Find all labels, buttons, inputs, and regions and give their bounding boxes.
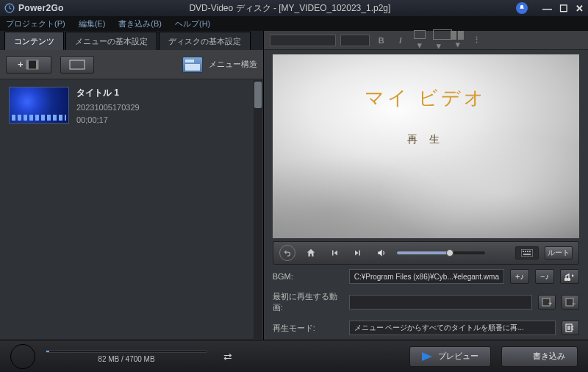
font-color-button[interactable]: ▾ [412,30,427,50]
right-panel: B I ▾ ▾ ▾ ⋮ マイ ビデオ 再 生 [264,31,588,340]
bgm-value[interactable]: C:¥Program Files (x86)¥Cyb...¥elegant.wm… [349,269,504,284]
menu-structure-button[interactable]: メニュー構造 [182,57,257,73]
menu-structure-icon [182,57,203,73]
play-mode-settings-button[interactable] [562,321,579,335]
volume-slider[interactable] [397,251,485,254]
capacity-text: 82 MB / 4700 MB [46,355,207,363]
border-color-button[interactable]: ▾ [431,29,446,51]
bgm-label: BGM: [273,272,343,281]
preview-play-label[interactable]: 再 生 [407,133,444,146]
tab-menu-settings[interactable]: メニューの基本設定 [65,32,157,50]
text-format-bar: B I ▾ ▾ ▾ ⋮ [264,31,588,50]
play-icon [422,352,432,361]
close-button[interactable]: ✕ [576,3,584,14]
bgm-remove-button[interactable]: −♪ [535,269,554,284]
clip-timestamp: 20231005170329 [76,103,140,112]
volume-icon[interactable] [373,245,390,261]
italic-button[interactable]: I [393,36,408,45]
first-play-add-button[interactable]: + [538,295,556,310]
svg-text:−: − [572,300,576,307]
font-family-select[interactable] [270,35,336,46]
transport-bar: ルート [273,241,579,265]
title-bar: Power2Go DVD-Video ディスク - [MY_VIDEO_1020… [0,0,588,16]
bold-button[interactable]: B [374,36,389,45]
left-panel: コンテンツ メニューの基本設定 ディスクの基本設定 + メニュー構造 [0,31,264,340]
first-play-label: 最初に再生する動画: [273,291,343,313]
svg-text:+: + [18,60,24,70]
svg-point-15 [567,278,570,280]
app-name: Power2Go [18,3,64,13]
next-button[interactable] [350,245,366,261]
left-tabs: コンテンツ メニューの基本設定 ディスクの基本設定 [0,31,263,50]
menu-structure-label: メニュー構造 [209,59,257,70]
menu-bar: プロジェクト(P) 編集(E) 書き込み(B) ヘルプ(H) [0,16,588,31]
root-button[interactable]: ルート [545,246,573,260]
play-mode-value[interactable]: メニュー ページからすべてのタイトルを順番に再... [349,321,556,335]
svg-text:+: + [548,300,552,307]
svg-rect-6 [451,31,456,40]
disc-icon [10,344,35,369]
clip-title: タイトル 1 [76,87,140,99]
burn-button-label: 書き込み [533,351,565,362]
preview-title[interactable]: マイ ビデオ [365,85,487,111]
svg-rect-8 [521,249,533,257]
notifications-icon[interactable] [516,2,528,14]
scrollbar[interactable] [254,80,262,339]
home-button[interactable] [303,245,319,261]
svg-rect-7 [458,31,464,40]
menu-burn[interactable]: 書き込み(B) [118,18,162,29]
svg-rect-12 [529,251,531,252]
clip-list[interactable]: タイトル 1 20231005170329 00;00;17 [0,79,263,340]
bgm-settings-button[interactable] [560,269,579,284]
maximize-button[interactable]: ☐ [559,3,568,14]
menu-project[interactable]: プロジェクト(P) [6,18,65,29]
list-item[interactable]: タイトル 1 20231005170329 00;00;17 [0,79,263,132]
left-toolbar: + メニュー構造 [0,50,263,79]
menu-properties: BGM: C:¥Program Files (x86)¥Cyb...¥elega… [273,269,579,335]
svg-rect-9 [523,251,524,252]
add-title-button[interactable]: + [6,56,51,74]
app-logo: Power2Go [4,3,64,13]
svg-rect-4 [36,60,38,69]
align-button[interactable]: ▾ [451,31,465,49]
keyboard-button[interactable] [515,246,539,260]
bgm-add-button[interactable]: +♪ [510,269,529,284]
preview-button[interactable]: プレビュー [409,346,491,367]
svg-rect-3 [26,60,29,69]
bottom-bar: 82 MB / 4700 MB ⇄ プレビュー 書き込み [0,340,588,372]
menu-preview[interactable]: マイ ビデオ 再 生 [273,54,579,238]
switch-task-button[interactable]: ⇄ [218,349,238,364]
preview-button-label: プレビュー [438,351,478,362]
svg-rect-13 [523,254,531,255]
prev-button[interactable] [326,245,343,261]
menu-help[interactable]: ヘルプ(H) [175,18,210,29]
svg-rect-10 [525,251,526,252]
burn-button[interactable]: 書き込み [501,346,578,367]
svg-rect-5 [70,60,85,69]
document-title: DVD-Video ディスク - [MY_VIDEO_102023_1.p2g] [64,2,516,15]
more-format-button[interactable]: ⋮ [470,35,484,45]
tab-disc-settings[interactable]: ディスクの基本設定 [159,32,251,50]
minimize-button[interactable]: — [542,3,552,14]
burn-icon [514,350,527,363]
first-play-remove-button[interactable]: − [562,295,579,310]
capacity-meter: 82 MB / 4700 MB [46,350,207,363]
return-button[interactable] [279,245,295,261]
menu-edit[interactable]: 編集(E) [79,18,106,29]
play-mode-label: 再生モード: [273,323,343,334]
clip-thumbnail [9,87,69,124]
tab-contents[interactable]: コンテンツ [4,32,64,50]
svg-rect-11 [527,251,528,252]
frame-button[interactable] [60,56,94,74]
first-play-value[interactable] [349,295,532,310]
font-size-select[interactable] [340,35,370,46]
svg-point-14 [564,278,567,280]
clip-duration: 00;00;17 [76,115,140,124]
